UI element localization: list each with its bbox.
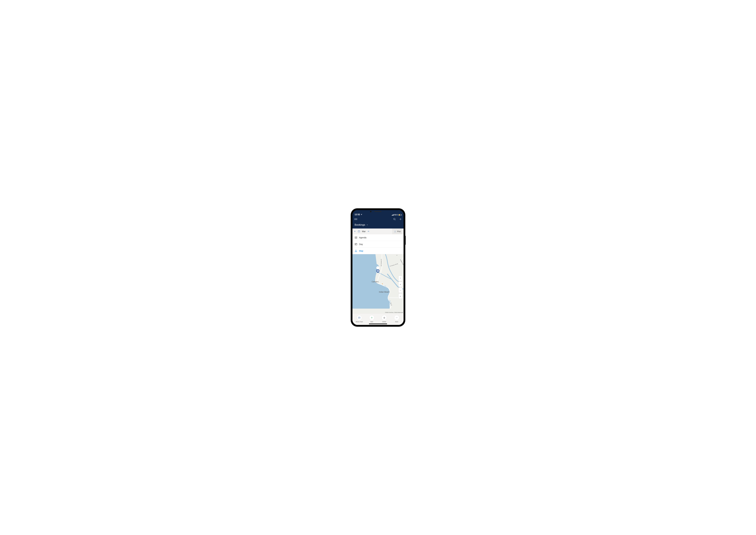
location-arrow-icon <box>361 214 362 215</box>
zoom-out-button[interactable]: − <box>398 288 402 293</box>
bottom-label: New <box>370 321 373 323</box>
day-icon <box>355 243 357 245</box>
view-toggle[interactable]: Map <box>393 229 402 234</box>
zoom-in-button[interactable]: + <box>398 282 402 287</box>
dropdown-item-label: Map <box>359 250 363 252</box>
header-top <box>352 216 404 222</box>
month-label[interactable]: Mar <box>362 230 365 233</box>
calendar-icon[interactable] <box>358 230 360 233</box>
svg-line-1 <box>395 219 395 220</box>
plus-icon <box>371 317 373 319</box>
notch <box>365 210 391 213</box>
place-label: Camano <box>372 281 379 283</box>
svg-point-21 <box>356 250 356 250</box>
svg-rect-20 <box>356 244 356 244</box>
road-label: W Camano Hill Rd <box>390 263 398 267</box>
show-chart-button[interactable]: Show Chart <box>354 315 364 323</box>
svg-point-31 <box>396 318 396 318</box>
trash-icon <box>383 317 385 319</box>
map-attribution: ©2020 TomTom, ©2019 Microsoft <box>385 312 403 313</box>
header-title-row[interactable]: Bookings <box>352 222 404 229</box>
map-area[interactable]: SW Camano Dr W Camano Hill Rd Chapman Rd… <box>352 254 404 313</box>
chart-icon <box>358 317 361 319</box>
map-person-icon <box>394 230 396 233</box>
menu-icon[interactable] <box>354 218 357 220</box>
road-label: P <box>396 255 397 256</box>
screen: 12:52 5G E Bookings <box>352 210 404 325</box>
status-left: 12:52 <box>355 213 362 216</box>
home-indicator[interactable] <box>369 324 387 324</box>
dropdown-item-label: Agenda <box>359 236 366 239</box>
date-bar: Mar Map <box>352 229 404 234</box>
road-label: SW Camano Dr <box>381 259 382 266</box>
add-icon[interactable] <box>399 218 402 221</box>
bottom-label: More <box>395 321 398 323</box>
svg-point-32 <box>396 318 397 318</box>
svg-rect-16 <box>355 243 357 245</box>
road-label: SW Ca <box>390 302 392 306</box>
map-controls: + − <box>398 276 402 299</box>
locate-button[interactable] <box>398 276 402 281</box>
header: Bookings <box>352 216 404 229</box>
agenda-icon <box>355 236 357 239</box>
new-button[interactable]: New <box>366 315 377 323</box>
svg-point-0 <box>393 218 395 220</box>
view-dropdown: Agenda Day Map <box>352 234 404 254</box>
search-icon[interactable] <box>393 218 396 221</box>
bottom-bar: Show Chart New Delete More <box>352 313 404 325</box>
map-canvas: SW Camano Dr W Camano Hill Rd Chapman Rd… <box>352 254 404 309</box>
page-title: Bookings <box>355 223 365 226</box>
more-button[interactable]: More <box>392 315 402 323</box>
next-month-button[interactable] <box>367 230 369 233</box>
battery-icon <box>398 214 401 216</box>
status-right: 5G E <box>392 214 401 216</box>
chevron-down-icon <box>366 224 368 226</box>
signal-icon <box>392 214 394 216</box>
svg-point-33 <box>397 318 397 318</box>
svg-point-23 <box>382 284 383 284</box>
status-time: 12:52 <box>355 213 360 216</box>
phone-frame: 12:52 5G E Bookings <box>351 209 405 326</box>
dropdown-item-label: Day <box>359 243 363 245</box>
svg-rect-5 <box>358 231 360 232</box>
svg-rect-12 <box>355 237 357 239</box>
phone-side-button <box>405 236 406 245</box>
dropdown-day[interactable]: Day <box>352 241 404 247</box>
map-style-button[interactable] <box>398 293 402 299</box>
front-camera <box>370 211 371 212</box>
dropdown-map[interactable]: Map <box>352 247 404 254</box>
dropdown-agenda[interactable]: Agenda <box>352 234 404 241</box>
bottom-label: Show Chart <box>356 321 363 323</box>
svg-point-25 <box>377 270 378 271</box>
svg-point-10 <box>395 231 395 231</box>
map-person-icon <box>355 249 357 252</box>
view-label: Map <box>397 230 401 233</box>
bottom-label: Delete <box>382 321 386 323</box>
prev-month-button[interactable] <box>354 230 356 233</box>
network-label: 5G E <box>394 214 398 216</box>
place-label: Indian Beach <box>379 291 390 293</box>
more-icon <box>395 317 398 319</box>
delete-button[interactable]: Delete <box>379 315 390 323</box>
speaker <box>374 211 382 212</box>
